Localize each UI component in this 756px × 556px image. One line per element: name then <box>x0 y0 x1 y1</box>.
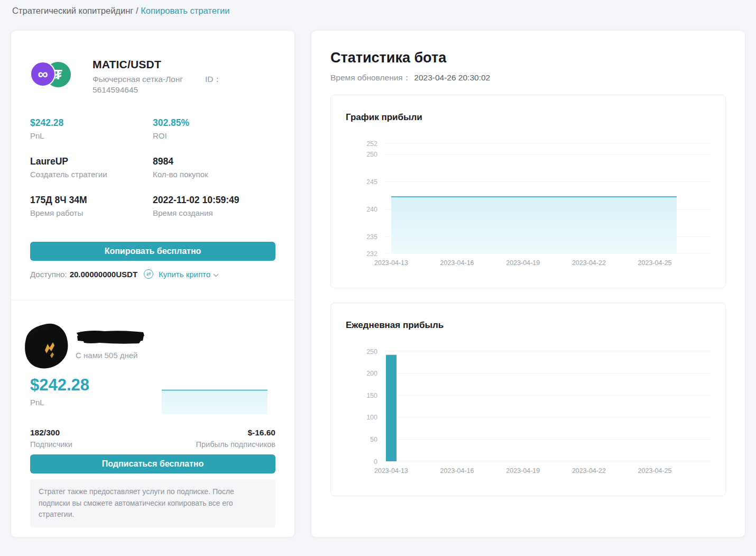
svg-text:0: 0 <box>374 458 377 466</box>
breadcrumb-section: Стратегический копитрейдинг <box>12 6 133 15</box>
subscriber-profit-stat: $-16.60 Прибыль подписчиков <box>196 428 275 449</box>
svg-text:50: 50 <box>370 436 377 443</box>
strategy-id-label: ID： <box>205 75 222 84</box>
stat-created: 2022-11-02 10:59:49 Время создания <box>153 195 275 217</box>
svg-text:245: 245 <box>366 178 377 186</box>
profit-chart: 2322352402452502522023-04-132023-04-1620… <box>346 138 711 270</box>
svg-text:2023-04-19: 2023-04-19 <box>506 467 540 475</box>
stat-pnl: $242.28 PnL <box>30 117 153 140</box>
strategist-section: С нами 505 дней $242.28 PnL <box>11 300 294 527</box>
svg-text:235: 235 <box>366 233 377 241</box>
subscribe-free-button[interactable]: Подписаться бесплатно <box>30 454 275 473</box>
buy-crypto-link[interactable]: Купить крипто <box>159 270 210 279</box>
strategy-card: ₮ ∞ MATIC/USDT Фьючерсная сетка-ЛонгID： … <box>11 30 295 537</box>
svg-text:2023-04-22: 2023-04-22 <box>572 467 606 475</box>
svg-text:2023-04-25: 2023-04-25 <box>638 467 672 475</box>
available-label: Доступно: <box>30 270 67 279</box>
pnl-sparkline <box>161 388 268 417</box>
stat-creator: LaureUP Создатель стратегии <box>30 156 153 179</box>
svg-text:150: 150 <box>366 392 377 399</box>
stat-runtime: 175Д 8Ч 34М Время работы <box>30 195 153 217</box>
available-value: 20.00000000USDT <box>70 270 137 279</box>
strategist-pnl-label: PnL <box>30 398 89 407</box>
copy-free-button[interactable]: Копировать бесплатно <box>30 242 275 261</box>
strategy-type-row: Фьючерсная сетка-ЛонгID： <box>93 74 222 85</box>
stat-roi: 302.85% ROI <box>153 117 275 140</box>
breadcrumb-separator: / <box>136 6 141 15</box>
svg-text:2023-04-19: 2023-04-19 <box>506 259 540 267</box>
chevron-down-icon[interactable] <box>213 270 219 279</box>
daily-profit-chart-card: Ежедневная прибыль 0501001502002502023-0… <box>330 303 726 496</box>
svg-text:2023-04-13: 2023-04-13 <box>374 467 408 475</box>
tenure-label: С нами 505 дней <box>76 351 145 360</box>
username-scribble <box>76 329 145 347</box>
profit-chart-card: График прибыли 2322352402452502522023-04… <box>330 95 726 288</box>
updated-value: 2023-04-26 20:30:02 <box>414 73 490 82</box>
updated-label: Время обновления： <box>330 73 411 82</box>
breadcrumb-link-copy-strategies[interactable]: Копировать стратегии <box>141 6 229 15</box>
svg-text:100: 100 <box>366 414 377 421</box>
strategist-pnl: $242.28 PnL <box>30 376 89 417</box>
available-row: Доступно: 20.00000000USDT ⇄ Купить крипт… <box>30 269 275 279</box>
coin-pair-icons: ₮ ∞ <box>30 61 71 88</box>
svg-text:2023-04-13: 2023-04-13 <box>374 259 408 267</box>
updated-row: Время обновления：2023-04-26 20:30:02 <box>330 72 726 84</box>
svg-text:2023-04-22: 2023-04-22 <box>572 259 606 267</box>
svg-text:252: 252 <box>366 140 377 148</box>
daily-profit-chart-title: Ежедневная прибыль <box>346 320 711 331</box>
profit-chart-title: График прибыли <box>346 112 711 123</box>
svg-text:2023-04-25: 2023-04-25 <box>638 259 672 267</box>
subscription-note: Стратег также предоставляет услуги по по… <box>30 479 275 527</box>
breadcrumb: Стратегический копитрейдинг / Копировать… <box>12 6 229 16</box>
daily-profit-chart: 0501001502002502023-04-132023-04-162023-… <box>346 345 711 478</box>
pair-title: MATIC/USDT <box>93 58 222 71</box>
strategy-stats-grid: $242.28 PnL 302.85% ROI LaureUP Создател… <box>30 117 275 217</box>
svg-text:232: 232 <box>366 250 377 258</box>
svg-text:240: 240 <box>366 206 377 213</box>
strategist-pnl-value: $242.28 <box>30 376 89 395</box>
avatar <box>24 323 69 372</box>
panel-title: Статистика бота <box>330 50 726 66</box>
strategy-type: Фьючерсная сетка-Лонг <box>93 75 183 84</box>
svg-text:2023-04-16: 2023-04-16 <box>440 259 474 267</box>
polygon-matic-icon: ∞ <box>30 61 56 87</box>
svg-text:250: 250 <box>366 151 377 158</box>
exchange-icon[interactable]: ⇄ <box>144 269 153 279</box>
strategy-id-value: 5614594645 <box>93 85 222 95</box>
svg-text:200: 200 <box>366 370 377 377</box>
svg-text:250: 250 <box>366 348 377 356</box>
bot-statistics-panel: Статистика бота Время обновления：2023-04… <box>311 30 745 537</box>
strategy-section: ₮ ∞ MATIC/USDT Фьючерсная сетка-ЛонгID： … <box>11 31 294 300</box>
subscribers-stat: 182/300 Подписчики <box>30 428 72 449</box>
svg-text:2023-04-16: 2023-04-16 <box>440 467 474 475</box>
stat-purchases: 8984 Кол-во покупок <box>153 156 275 179</box>
